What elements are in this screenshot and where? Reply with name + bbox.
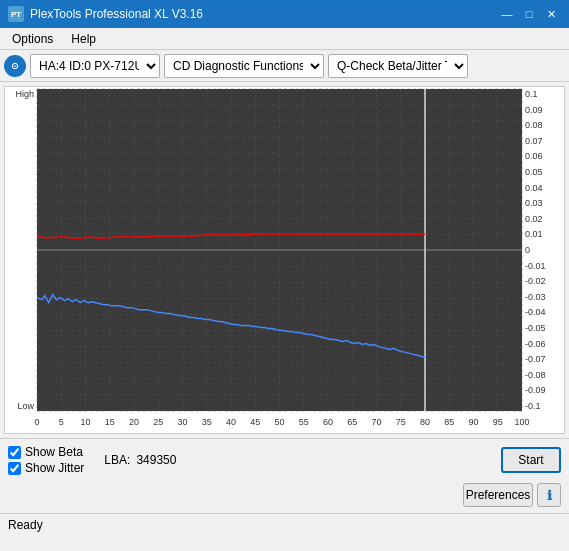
- show-jitter-checkbox[interactable]: [8, 462, 21, 475]
- buttons-right: Start: [501, 447, 561, 473]
- title-bar: PT PlexTools Professional XL V3.16 — □ ✕: [0, 0, 569, 28]
- info-button[interactable]: ℹ: [537, 483, 561, 507]
- window-controls: — □ ✕: [497, 5, 561, 23]
- close-button[interactable]: ✕: [541, 5, 561, 23]
- function-select[interactable]: CD Diagnostic Functions: [164, 54, 324, 78]
- menu-options[interactable]: Options: [4, 30, 61, 48]
- maximize-button[interactable]: □: [519, 5, 539, 23]
- window-title: PlexTools Professional XL V3.16: [30, 7, 203, 21]
- y-label-high: High: [15, 89, 34, 99]
- show-beta-checkbox[interactable]: [8, 446, 21, 459]
- checkbox-group: Show Beta Show Jitter: [8, 445, 84, 475]
- pref-row: Preferences ℹ: [0, 481, 569, 513]
- lba-info: LBA: 349350: [104, 453, 176, 467]
- chart-svg: [37, 89, 522, 411]
- status-text: Ready: [8, 518, 43, 532]
- test-select[interactable]: Q-Check Beta/Jitter Test: [328, 54, 468, 78]
- show-beta-row: Show Beta: [8, 445, 84, 459]
- y-label-low: Low: [17, 401, 34, 411]
- app-icon: PT: [8, 6, 24, 22]
- minimize-button[interactable]: —: [497, 5, 517, 23]
- y-axis-left: High Low: [5, 89, 37, 411]
- drive-select[interactable]: HA:4 ID:0 PX-712UF: [30, 54, 160, 78]
- status-bar: Ready: [0, 513, 569, 535]
- show-jitter-row: Show Jitter: [8, 461, 84, 475]
- show-beta-label: Show Beta: [25, 445, 83, 459]
- lba-value: 349350: [136, 453, 176, 467]
- y-axis-right: 0.1 0.09 0.08 0.07 0.06 0.05 0.04 0.03 0…: [522, 89, 564, 411]
- show-jitter-label: Show Jitter: [25, 461, 84, 475]
- preferences-button[interactable]: Preferences: [463, 483, 533, 507]
- bottom-controls: Show Beta Show Jitter LBA: 349350 Start: [0, 438, 569, 481]
- chart-area: [37, 89, 522, 411]
- menu-bar: Options Help: [0, 28, 569, 50]
- x-axis: 0 5 10 15 20 25 30 35 40 45 50 55 60 65 …: [37, 411, 522, 433]
- menu-help[interactable]: Help: [63, 30, 104, 48]
- lba-label: LBA:: [104, 453, 130, 467]
- start-button[interactable]: Start: [501, 447, 561, 473]
- chart-container: High Low: [4, 86, 565, 434]
- toolbar: ⊙ HA:4 ID:0 PX-712UF CD Diagnostic Funct…: [0, 50, 569, 82]
- drive-icon: ⊙: [4, 55, 26, 77]
